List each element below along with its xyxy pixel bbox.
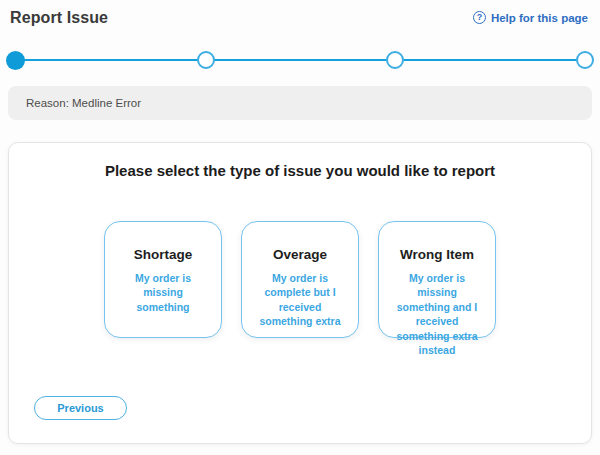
help-link-label: Help for this page	[491, 12, 588, 24]
reason-bar: Reason: Medline Error	[8, 86, 592, 120]
main-heading: Please select the type of issue you woul…	[9, 162, 591, 179]
option-description: My order is complete but I received some…	[242, 271, 358, 329]
option-card-overage[interactable]: Overage My order is complete but I recei…	[241, 221, 359, 338]
option-description: My order is missing something	[105, 271, 221, 314]
option-card-shortage[interactable]: Shortage My order is missing something	[104, 221, 222, 338]
option-description: My order is missing something and I rece…	[379, 271, 495, 358]
main-card: Please select the type of issue you woul…	[8, 142, 592, 444]
step-circle	[386, 51, 404, 69]
step-circle	[197, 51, 215, 69]
stepper-dots	[6, 50, 594, 70]
progress-stepper	[6, 50, 594, 70]
page-title: Report Issue	[10, 9, 108, 27]
option-title: Shortage	[105, 247, 221, 262]
header: Report Issue ? Help for this page	[0, 0, 600, 30]
question-circle-icon: ?	[473, 11, 486, 24]
help-link[interactable]: ? Help for this page	[473, 11, 588, 24]
report-issue-page: Report Issue ? Help for this page Reason…	[0, 0, 600, 455]
reason-label: Reason: Medline Error	[26, 97, 141, 109]
options-row: Shortage My order is missing something O…	[9, 221, 591, 338]
step-circle	[6, 51, 25, 70]
option-title: Wrong Item	[379, 247, 495, 262]
previous-button[interactable]: Previous	[34, 396, 127, 420]
step-circle	[576, 51, 594, 69]
option-card-wrong-item[interactable]: Wrong Item My order is missing something…	[378, 221, 496, 338]
option-title: Overage	[242, 247, 358, 262]
